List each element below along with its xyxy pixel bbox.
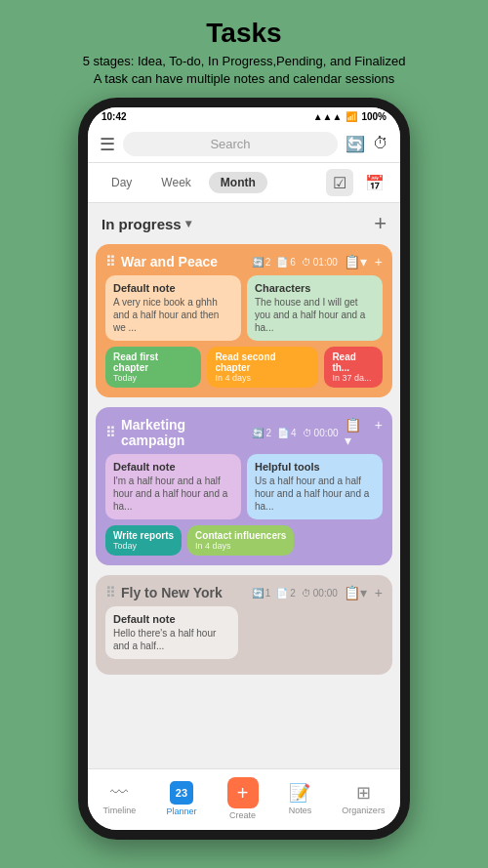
menu-icon[interactable]: ☰: [100, 134, 115, 155]
tab-day[interactable]: Day: [100, 172, 143, 193]
refresh-icon[interactable]: 🔄: [346, 135, 365, 153]
status-battery: ▲▲▲ 📶 100%: [313, 111, 386, 122]
wifi-icon: 📶: [346, 111, 357, 122]
task-cycles: 🔄 1: [252, 588, 271, 599]
task-title: ⠿ Fly to New York: [105, 585, 223, 600]
date-tab-icons: ☑ 📅: [326, 169, 388, 196]
task-cycles: 🔄 2: [252, 428, 271, 438]
calendar-check-icon[interactable]: ☑: [326, 169, 353, 196]
sessions-row: Write reports Today Contact influencers …: [105, 525, 383, 556]
drag-handle-icon: ⠿: [105, 254, 115, 269]
create-icon: +: [227, 777, 259, 808]
task-header: ⠿ Marketing campaign 🔄 2 📄 4 ⏱ 00:00 📋▾ …: [105, 417, 383, 448]
task-time: ⏱ 01:00: [302, 257, 338, 268]
section-header: In progress ▾ +: [88, 203, 400, 240]
top-bar-icons: 🔄 ⏱: [346, 135, 388, 153]
dropdown-arrow-icon[interactable]: ▾: [185, 217, 191, 230]
task-time: ⏱ 00:00: [302, 588, 338, 599]
task-card-fly-new-york: ⠿ Fly to New York 🔄 1 📄 2 ⏱ 00:00 📋▾ +: [96, 575, 392, 675]
task-meta: 🔄 2 📄 6 ⏱ 01:00: [252, 257, 338, 268]
planner-icon: 23: [170, 781, 193, 805]
task-add-icon[interactable]: +: [375, 585, 383, 600]
session-read-first[interactable]: Read first chapter Today: [105, 347, 201, 388]
session-contact-influencers[interactable]: Contact influencers In 4 days: [187, 525, 294, 556]
page-title: Tasks: [83, 18, 406, 49]
add-section-button[interactable]: +: [374, 211, 386, 236]
note-box-default[interactable]: Default note Hello there's a half hour a…: [105, 606, 238, 659]
session-read-third[interactable]: Read th... In 37 da...: [324, 347, 383, 388]
tab-week[interactable]: Week: [149, 172, 202, 193]
sessions-row: Read first chapter Today Read second cha…: [105, 347, 383, 388]
task-cycles: 🔄 2: [252, 257, 271, 268]
nav-create[interactable]: + Create: [218, 775, 268, 822]
section-title: In progress ▾: [102, 216, 191, 232]
page-subtitle: 5 stages: Idea, To-do, In Progress,Pendi…: [83, 53, 406, 88]
task-copy-icon[interactable]: 📋▾: [345, 417, 367, 448]
task-copy-icon[interactable]: 📋▾: [344, 254, 367, 269]
task-add-icon[interactable]: +: [375, 417, 383, 448]
calendar-view-icon[interactable]: 📅: [361, 169, 388, 196]
task-title: ⠿ Marketing campaign: [105, 417, 252, 448]
main-scroll[interactable]: ⠿ War and Peace 🔄 2 📄 6 ⏱ 01:00 📋▾ +: [88, 240, 400, 768]
task-card-war-and-peace: ⠿ War and Peace 🔄 2 📄 6 ⏱ 01:00 📋▾ +: [96, 244, 392, 397]
session-write-reports[interactable]: Write reports Today: [105, 525, 182, 556]
task-header: ⠿ War and Peace 🔄 2 📄 6 ⏱ 01:00 📋▾ +: [105, 254, 383, 269]
note-box-default[interactable]: Default note I'm a half hour and a half …: [105, 454, 241, 519]
task-copy-icon[interactable]: 📋▾: [344, 585, 367, 600]
task-add-icon[interactable]: +: [375, 254, 383, 269]
drag-handle-icon: ⠿: [105, 425, 115, 440]
nav-planner[interactable]: 23 Planner: [156, 779, 206, 818]
nav-notes[interactable]: 📝 Notes: [279, 780, 322, 817]
task-notes-count: 📄 4: [277, 428, 297, 438]
task-title: ⠿ War and Peace: [105, 254, 218, 269]
session-read-second[interactable]: Read second chapter In 4 days: [207, 347, 318, 388]
notes-row: Default note A very nice book a ghhh and…: [105, 275, 383, 341]
note-box-default[interactable]: Default note A very nice book a ghhh and…: [105, 275, 241, 341]
bottom-nav: 〰 Timeline 23 Planner + Create 📝 Notes ⊞…: [88, 768, 400, 830]
notes-icon: 📝: [289, 782, 310, 804]
signal-icon: ▲▲▲: [313, 111, 343, 122]
task-actions: 📋▾ +: [344, 585, 383, 600]
notes-row: Default note I'm a half hour and a half …: [105, 454, 383, 519]
note-box-characters[interactable]: Characters The house and I will get you …: [247, 275, 383, 341]
task-header: ⠿ Fly to New York 🔄 1 📄 2 ⏱ 00:00 📋▾ +: [105, 585, 383, 600]
notes-row: Default note Hello there's a half hour a…: [105, 606, 383, 659]
nav-organizers[interactable]: ⊞ Organizers: [332, 780, 394, 817]
task-actions: 📋▾ +: [345, 417, 383, 448]
phone-screen: 10:42 ▲▲▲ 📶 100% ☰ Search 🔄 ⏱ Day: [88, 107, 400, 830]
status-time: 10:42: [102, 111, 127, 122]
task-actions: 📋▾ +: [344, 254, 383, 269]
tab-month[interactable]: Month: [209, 172, 267, 193]
phone-shell: 10:42 ▲▲▲ 📶 100% ☰ Search 🔄 ⏱ Day: [78, 98, 410, 840]
task-meta: 🔄 1 📄 2 ⏱ 00:00: [252, 588, 338, 599]
search-box[interactable]: Search: [123, 132, 338, 156]
date-tabs: Day Week Month ☑ 📅: [88, 163, 400, 203]
nav-timeline[interactable]: 〰 Timeline: [94, 781, 146, 817]
task-card-marketing: ⠿ Marketing campaign 🔄 2 📄 4 ⏱ 00:00 📋▾ …: [96, 407, 392, 565]
organizers-icon: ⊞: [356, 782, 371, 804]
note-box-helpful[interactable]: Helpful tools Us a half hour and a half …: [247, 454, 383, 519]
top-bar: ☰ Search 🔄 ⏱: [88, 126, 400, 163]
timer-icon[interactable]: ⏱: [373, 135, 388, 153]
timeline-icon: 〰: [110, 783, 128, 804]
task-notes-count: 📄 6: [276, 257, 296, 268]
drag-handle-icon: ⠿: [105, 585, 115, 600]
task-notes-count: 📄 2: [276, 588, 296, 599]
status-bar: 10:42 ▲▲▲ 📶 100%: [88, 107, 400, 126]
page-header: Tasks 5 stages: Idea, To-do, In Progress…: [63, 0, 426, 98]
task-meta: 🔄 2 📄 4 ⏱ 00:00: [252, 428, 338, 438]
task-time: ⏱ 00:00: [303, 428, 339, 438]
